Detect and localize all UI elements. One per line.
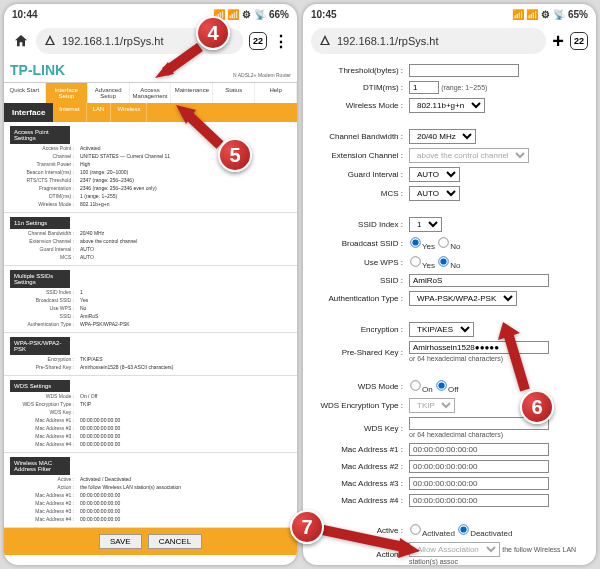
- step-badge-5: 5: [218, 138, 252, 172]
- battery-pct: 65%: [568, 9, 588, 20]
- mac3-input: [409, 477, 549, 490]
- subtab-lan[interactable]: LAN: [87, 103, 112, 122]
- section-wpa: WPA-PSK/WPA2-PSK: [10, 337, 70, 355]
- wps-no[interactable]: [439, 256, 449, 266]
- step-badge-7: 7: [290, 510, 324, 544]
- tab-access[interactable]: Access Management: [130, 83, 172, 103]
- subtab-internet[interactable]: Internet: [53, 103, 86, 122]
- tabs-button[interactable]: 22: [249, 32, 267, 50]
- wds-enc-select: TKIP: [409, 398, 455, 413]
- wds-off[interactable]: [436, 380, 446, 390]
- home-icon[interactable]: [12, 32, 30, 50]
- url-text: 192.168.1.1/rpSys.ht: [337, 35, 439, 47]
- bw-select[interactable]: 20/40 MHz: [409, 129, 476, 144]
- wds-on[interactable]: [410, 380, 420, 390]
- threshold-input[interactable]: [409, 64, 519, 77]
- status-time: 10:45: [311, 9, 337, 20]
- tab-interface[interactable]: Interface Setup: [46, 83, 88, 103]
- url-bar: 192.168.1.1/rpSys.ht + 22: [303, 24, 596, 58]
- svg-marker-3: [398, 538, 420, 558]
- warning-icon: [319, 34, 331, 48]
- cancel-button[interactable]: CANCEL: [148, 534, 202, 549]
- section-11n: 11n Settings: [10, 217, 70, 229]
- logo: TP-LINK: [10, 62, 65, 78]
- arrow-7: [318, 520, 428, 564]
- url-text: 192.168.1.1/rpSys.ht: [62, 35, 164, 47]
- new-tab-icon[interactable]: +: [552, 30, 564, 53]
- phone-right: 10:45 📶 📶 ⚙ 📡 65% 192.168.1.1/rpSys.ht +…: [303, 4, 596, 565]
- dtim-input[interactable]: [409, 81, 439, 94]
- auth-select[interactable]: WPA-PSK/WPA2-PSK: [409, 291, 517, 306]
- section-wds: WDS Settings: [10, 380, 70, 392]
- mac1-input: [409, 443, 549, 456]
- model: N ADSL2+ Modem Router: [233, 72, 291, 78]
- warning-icon: [44, 34, 56, 48]
- ssid-index-select[interactable]: 1: [409, 217, 442, 232]
- main-tabs: Quick Start Interface Setup Advanced Set…: [4, 83, 297, 103]
- battery-pct: 66%: [269, 9, 289, 20]
- status-icons: 📶 📶 ⚙ 📡: [512, 9, 565, 20]
- page-content: Threshold(bytes) : DTIM(ms) : (range: 1~…: [303, 58, 596, 565]
- section-multi: Multiple SSIDs Settings: [10, 270, 70, 288]
- tab-quickstart[interactable]: Quick Start: [4, 83, 46, 103]
- menu-icon[interactable]: ⋮: [273, 32, 289, 51]
- ssid-input[interactable]: [409, 274, 549, 287]
- status-time: 10:44: [12, 9, 38, 20]
- tabs-button[interactable]: 22: [570, 32, 588, 50]
- page-content: TP-LINK N ADSL2+ Modem Router Quick Star…: [4, 58, 297, 565]
- interface-label: Interface: [4, 103, 53, 122]
- bcast-no[interactable]: [439, 237, 449, 247]
- tab-advanced[interactable]: Advanced Setup: [88, 83, 130, 103]
- step-badge-4: 4: [196, 16, 230, 50]
- save-button[interactable]: SAVE: [99, 534, 142, 549]
- url-input[interactable]: 192.168.1.1/rpSys.ht: [311, 28, 546, 54]
- mac4-input: [409, 494, 549, 507]
- wps-yes[interactable]: [410, 256, 420, 266]
- step-badge-6: 6: [520, 390, 554, 424]
- active-off[interactable]: [458, 524, 468, 534]
- mcs-select[interactable]: AUTO: [409, 186, 460, 201]
- statusbar: 10:45 📶 📶 ⚙ 📡 65%: [303, 4, 596, 24]
- arrow-4: [150, 42, 210, 86]
- statusbar: 10:44 📶 📶 ⚙ 📡 66%: [4, 4, 297, 24]
- gi-select[interactable]: AUTO: [409, 167, 460, 182]
- subtab-wireless[interactable]: Wireless: [111, 103, 147, 122]
- bcast-yes[interactable]: [410, 237, 420, 247]
- tab-help[interactable]: Help: [255, 83, 297, 103]
- mode-select[interactable]: 802.11b+g+n: [409, 98, 485, 113]
- enc-select[interactable]: TKIP/AES: [409, 322, 474, 337]
- section-ap: Access Point Settings: [10, 126, 70, 144]
- phone-left: 10:44 📶 📶 ⚙ 📡 66% 192.168.1.1/rpSys.ht 2…: [4, 4, 297, 565]
- ext-select: above the control channel: [409, 148, 529, 163]
- section-filter: Wireless MAC Address Filter: [10, 457, 70, 475]
- mac2-input: [409, 460, 549, 473]
